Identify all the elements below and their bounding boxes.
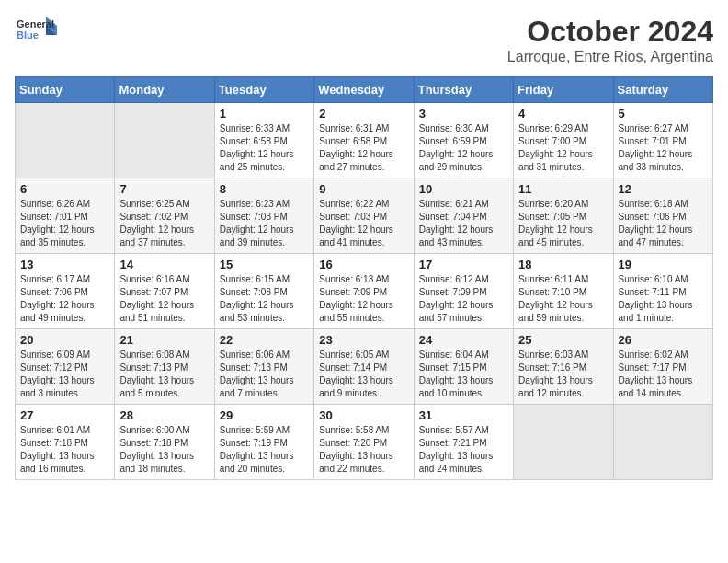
calendar-cell — [16, 103, 115, 178]
header-saturday: Saturday — [613, 77, 712, 103]
day-number: 19 — [619, 258, 708, 271]
day-info: Sunrise: 6:30 AMSunset: 6:59 PMDaylight:… — [419, 122, 508, 174]
calendar-cell — [115, 103, 214, 178]
calendar-cell: 18Sunrise: 6:11 AMSunset: 7:10 PMDayligh… — [514, 254, 613, 329]
day-number: 27 — [20, 408, 109, 422]
day-number: 6 — [20, 182, 109, 196]
calendar-cell: 13Sunrise: 6:17 AMSunset: 7:06 PMDayligh… — [16, 254, 115, 329]
calendar-cell: 25Sunrise: 6:03 AMSunset: 7:16 PMDayligh… — [514, 329, 613, 405]
day-number: 10 — [419, 182, 508, 196]
day-number: 8 — [220, 182, 309, 196]
calendar-week-4: 20Sunrise: 6:09 AMSunset: 7:12 PMDayligh… — [16, 329, 713, 405]
page-header: GeneralBlue October 2024 Larroque, Entre… — [15, 15, 713, 65]
day-info: Sunrise: 6:12 AMSunset: 7:09 PMDaylight:… — [419, 273, 508, 325]
day-number: 7 — [119, 182, 209, 196]
day-info: Sunrise: 6:16 AMSunset: 7:07 PMDaylight:… — [119, 273, 209, 325]
calendar-cell: 31Sunrise: 5:57 AMSunset: 7:21 PMDayligh… — [414, 405, 513, 480]
day-info: Sunrise: 6:04 AMSunset: 7:15 PMDaylight:… — [419, 349, 508, 400]
day-number: 29 — [220, 408, 309, 422]
day-info: Sunrise: 6:10 AMSunset: 7:11 PMDaylight:… — [619, 273, 708, 325]
day-info: Sunrise: 6:18 AMSunset: 7:06 PMDaylight:… — [619, 198, 708, 249]
calendar-table: SundayMondayTuesdayWednesdayThursdayFrid… — [15, 76, 713, 480]
day-number: 16 — [319, 258, 408, 271]
header-friday: Friday — [514, 77, 613, 103]
day-number: 18 — [518, 258, 608, 271]
day-number: 20 — [20, 333, 109, 347]
day-info: Sunrise: 6:33 AMSunset: 6:58 PMDaylight:… — [220, 122, 309, 174]
calendar-week-1: 1Sunrise: 6:33 AMSunset: 6:58 PMDaylight… — [16, 103, 713, 178]
day-info: Sunrise: 5:57 AMSunset: 7:21 PMDaylight:… — [419, 424, 508, 476]
day-number: 5 — [619, 107, 708, 121]
day-info: Sunrise: 6:23 AMSunset: 7:03 PMDaylight:… — [220, 198, 309, 249]
day-info: Sunrise: 6:15 AMSunset: 7:08 PMDaylight:… — [220, 273, 309, 325]
calendar-cell: 12Sunrise: 6:18 AMSunset: 7:06 PMDayligh… — [613, 178, 712, 254]
day-number: 14 — [119, 258, 209, 271]
day-number: 13 — [20, 258, 109, 271]
calendar-cell: 1Sunrise: 6:33 AMSunset: 6:58 PMDaylight… — [214, 103, 313, 178]
calendar-cell: 7Sunrise: 6:25 AMSunset: 7:02 PMDaylight… — [115, 178, 214, 254]
day-info: Sunrise: 6:06 AMSunset: 7:13 PMDaylight:… — [220, 349, 309, 400]
title-block: October 2024 Larroque, Entre Rios, Argen… — [507, 15, 713, 65]
day-number: 21 — [119, 333, 209, 347]
header-thursday: Thursday — [414, 77, 513, 103]
calendar-cell: 11Sunrise: 6:20 AMSunset: 7:05 PMDayligh… — [514, 178, 613, 254]
day-number: 2 — [319, 107, 408, 121]
calendar-cell: 30Sunrise: 5:58 AMSunset: 7:20 PMDayligh… — [314, 405, 414, 480]
calendar-cell: 16Sunrise: 6:13 AMSunset: 7:09 PMDayligh… — [314, 254, 414, 329]
day-info: Sunrise: 6:00 AMSunset: 7:18 PMDaylight:… — [119, 424, 209, 476]
header-sunday: Sunday — [16, 77, 115, 103]
day-number: 3 — [419, 107, 508, 121]
day-info: Sunrise: 6:01 AMSunset: 7:18 PMDaylight:… — [20, 424, 109, 476]
day-info: Sunrise: 6:21 AMSunset: 7:04 PMDaylight:… — [419, 198, 508, 249]
header-wednesday: Wednesday — [314, 77, 414, 103]
calendar-header-row: SundayMondayTuesdayWednesdayThursdayFrid… — [16, 77, 713, 103]
day-number: 23 — [319, 333, 408, 347]
day-number: 15 — [220, 258, 309, 271]
day-info: Sunrise: 6:17 AMSunset: 7:06 PMDaylight:… — [20, 273, 109, 325]
calendar-cell: 21Sunrise: 6:08 AMSunset: 7:13 PMDayligh… — [115, 329, 214, 405]
calendar-cell — [613, 405, 712, 480]
calendar-cell: 24Sunrise: 6:04 AMSunset: 7:15 PMDayligh… — [414, 329, 513, 405]
day-info: Sunrise: 6:02 AMSunset: 7:17 PMDaylight:… — [619, 349, 708, 400]
day-info: Sunrise: 6:11 AMSunset: 7:10 PMDaylight:… — [518, 273, 608, 325]
logo: GeneralBlue — [15, 15, 61, 50]
svg-text:General: General — [17, 18, 54, 29]
day-info: Sunrise: 6:09 AMSunset: 7:12 PMDaylight:… — [20, 349, 109, 400]
day-info: Sunrise: 6:31 AMSunset: 6:58 PMDaylight:… — [319, 122, 408, 174]
calendar-cell: 5Sunrise: 6:27 AMSunset: 7:01 PMDaylight… — [613, 103, 712, 178]
day-number: 12 — [619, 182, 708, 196]
day-number: 26 — [619, 333, 708, 347]
calendar-cell: 19Sunrise: 6:10 AMSunset: 7:11 PMDayligh… — [613, 254, 712, 329]
calendar-week-5: 27Sunrise: 6:01 AMSunset: 7:18 PMDayligh… — [16, 405, 713, 480]
day-info: Sunrise: 6:26 AMSunset: 7:01 PMDaylight:… — [20, 198, 109, 249]
page-subtitle: Larroque, Entre Rios, Argentina — [507, 49, 713, 65]
page-title: October 2024 — [507, 15, 713, 49]
calendar-cell: 3Sunrise: 6:30 AMSunset: 6:59 PMDaylight… — [414, 103, 513, 178]
day-info: Sunrise: 6:08 AMSunset: 7:13 PMDaylight:… — [119, 349, 209, 400]
day-number: 17 — [419, 258, 508, 271]
calendar-cell: 26Sunrise: 6:02 AMSunset: 7:17 PMDayligh… — [613, 329, 712, 405]
day-info: Sunrise: 5:59 AMSunset: 7:19 PMDaylight:… — [220, 424, 309, 476]
day-number: 28 — [119, 408, 209, 422]
header-tuesday: Tuesday — [214, 77, 313, 103]
calendar-cell: 22Sunrise: 6:06 AMSunset: 7:13 PMDayligh… — [214, 329, 313, 405]
calendar-cell: 28Sunrise: 6:00 AMSunset: 7:18 PMDayligh… — [115, 405, 214, 480]
calendar-cell: 10Sunrise: 6:21 AMSunset: 7:04 PMDayligh… — [414, 178, 513, 254]
day-number: 4 — [518, 107, 608, 121]
calendar-cell: 2Sunrise: 6:31 AMSunset: 6:58 PMDaylight… — [314, 103, 414, 178]
day-info: Sunrise: 6:20 AMSunset: 7:05 PMDaylight:… — [518, 198, 608, 249]
day-info: Sunrise: 6:29 AMSunset: 7:00 PMDaylight:… — [518, 122, 608, 174]
day-number: 30 — [319, 408, 408, 422]
day-info: Sunrise: 5:58 AMSunset: 7:20 PMDaylight:… — [319, 424, 408, 476]
calendar-cell: 8Sunrise: 6:23 AMSunset: 7:03 PMDaylight… — [214, 178, 313, 254]
calendar-cell: 6Sunrise: 6:26 AMSunset: 7:01 PMDaylight… — [16, 178, 115, 254]
calendar-cell: 29Sunrise: 5:59 AMSunset: 7:19 PMDayligh… — [214, 405, 313, 480]
day-info: Sunrise: 6:25 AMSunset: 7:02 PMDaylight:… — [119, 198, 209, 249]
day-info: Sunrise: 6:03 AMSunset: 7:16 PMDaylight:… — [518, 349, 608, 400]
calendar-cell: 27Sunrise: 6:01 AMSunset: 7:18 PMDayligh… — [16, 405, 115, 480]
calendar-week-2: 6Sunrise: 6:26 AMSunset: 7:01 PMDaylight… — [16, 178, 713, 254]
day-number: 25 — [518, 333, 608, 347]
calendar-cell: 20Sunrise: 6:09 AMSunset: 7:12 PMDayligh… — [16, 329, 115, 405]
calendar-cell: 15Sunrise: 6:15 AMSunset: 7:08 PMDayligh… — [214, 254, 313, 329]
day-info: Sunrise: 6:05 AMSunset: 7:14 PMDaylight:… — [319, 349, 408, 400]
